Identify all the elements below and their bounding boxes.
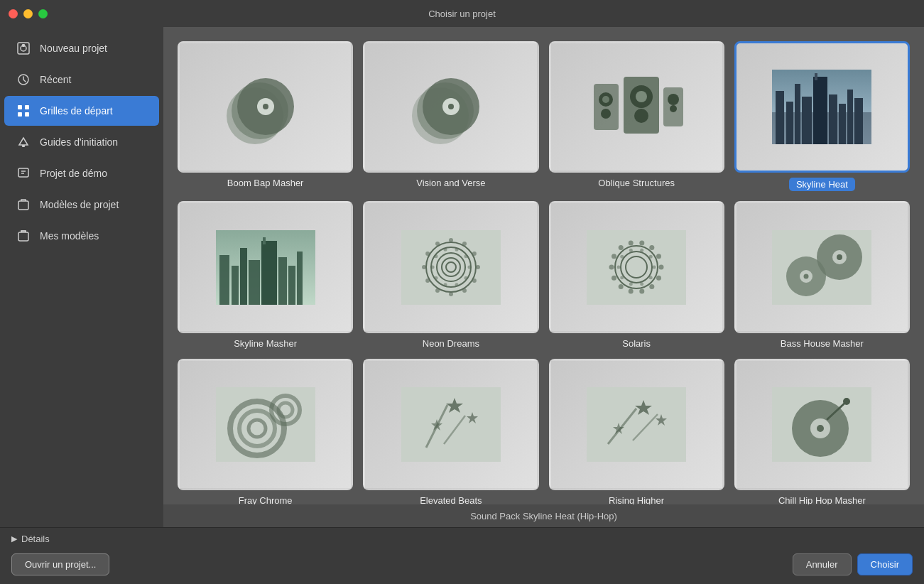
content-area: Boom Bap Masher Vision and Verse Oblique… [163,27,924,527]
project-grid: Boom Bap Masher Vision and Verse Oblique… [163,27,924,504]
recent-icon [16,72,31,87]
thumb-neon [363,201,538,332]
grid-item-elevated[interactable]: Elevated Beats [363,359,538,504]
grid-label-skyline-masher: Skyline Masher [234,338,297,349]
svg-rect-4 [18,105,22,109]
svg-rect-40 [802,97,812,144]
sidebar: Nouveau projetRécentGrilles de départGui… [0,27,163,527]
svg-point-78 [443,283,447,286]
svg-point-69 [422,265,426,269]
grid-label-skyline-heat: Skyline Heat [789,178,855,191]
svg-point-70 [425,252,430,256]
thumb-oblique [549,41,724,173]
svg-rect-43 [839,104,846,144]
status-text: Sound Pack Skyline Heat (Hip-Hop) [470,511,617,521]
sidebar-label-demo: Projet de démo [40,168,107,179]
svg-rect-45 [854,98,863,144]
svg-point-79 [434,276,437,279]
grid-item-skyline-masher[interactable]: Skyline Masher [178,201,353,348]
svg-point-104 [649,276,653,279]
svg-point-90 [656,275,661,280]
window-title: Choisir un projet [428,9,496,19]
svg-rect-49 [232,266,239,305]
details-label: Détails [21,534,50,544]
svg-point-82 [443,247,447,251]
demo-icon [16,166,31,181]
grid-label-chill: Chill Hip Hop Masher [778,495,866,504]
svg-rect-8 [22,145,25,147]
new-project-icon [16,40,31,56]
svg-point-77 [455,283,458,286]
grid-label-solaris: Solaris [622,338,651,349]
svg-rect-13 [18,232,28,241]
svg-point-102 [656,254,661,259]
grid-item-rising[interactable]: Rising Higher [549,359,724,504]
svg-rect-51 [249,260,260,305]
svg-point-95 [612,275,616,280]
svg-point-106 [629,282,633,286]
close-button[interactable] [9,9,18,18]
sidebar-item-demo[interactable]: Projet de démo [4,158,159,188]
open-project-button[interactable]: Ouvrir un projet... [11,553,109,575]
sidebar-label-modeles: Modèles de projet [40,199,119,210]
grid-label-vision: Vision and Verse [416,178,485,188]
thumb-fray-chrome [178,359,353,490]
svg-point-93 [629,288,634,293]
svg-point-18 [263,104,268,109]
svg-point-83 [455,247,458,251]
svg-point-94 [619,284,624,289]
status-bar: Sound Pack Skyline Heat (Hip-Hop) [163,504,924,527]
svg-point-34 [670,105,677,112]
svg-point-72 [449,238,453,242]
thumb-elevated [363,359,538,490]
grid-label-bass-house: Bass House Masher [781,338,864,349]
grid-item-chill[interactable]: Chill Hip Hop Masher [734,359,910,504]
choose-button[interactable]: Choisir [857,553,913,575]
svg-point-64 [472,279,477,283]
svg-point-111 [640,248,643,252]
grid-item-vision[interactable]: Vision and Verse [363,41,538,191]
sidebar-item-nouveau[interactable]: Nouveau projet [4,33,159,63]
sidebar-item-recent[interactable]: Récent [4,65,159,94]
main-area: Nouveau projetRécentGrilles de départGui… [0,27,924,527]
grid-item-solaris[interactable]: Solaris [549,201,724,348]
bottom-bar: ▶ Détails Ouvrir un projet... Annuler Ch… [0,527,924,584]
svg-point-107 [620,276,624,279]
grid-label-neon: Neon Dreams [423,338,479,349]
sidebar-label-grilles: Grilles de départ [40,105,113,117]
svg-rect-37 [776,91,784,144]
svg-rect-2 [22,44,25,47]
grilles-icon [16,103,31,119]
grid-label-fray-chrome: Fray Chrome [239,495,293,504]
cancel-button[interactable]: Annuler [793,553,852,575]
grid-item-boom-bap[interactable]: Boom Bap Masher [178,41,353,191]
svg-point-98 [619,245,624,250]
sidebar-label-nouveau: Nouveau projet [40,43,107,54]
thumb-vision [363,41,538,173]
svg-rect-5 [25,105,29,109]
svg-point-119 [804,274,809,279]
grid-label-oblique: Oblique Structures [598,178,675,188]
grid-label-elevated: Elevated Beats [420,495,482,504]
titlebar: Choisir un projet [0,0,924,27]
svg-rect-9 [18,168,28,177]
grid-item-skyline-heat[interactable]: Skyline Heat [734,41,910,191]
grid-item-oblique[interactable]: Oblique Structures [549,41,724,191]
minimize-button[interactable] [23,9,33,18]
svg-rect-126 [401,387,501,462]
maximize-button[interactable] [38,9,48,18]
grid-item-neon[interactable]: Neon Dreams [363,201,538,348]
sidebar-item-grilles[interactable]: Grilles de départ [4,96,159,126]
window-controls[interactable] [9,9,48,18]
details-row[interactable]: ▶ Détails [0,528,924,550]
sidebar-item-modeles[interactable]: Modèles de projet [4,190,159,220]
svg-rect-53 [278,257,287,305]
sidebar-item-guides[interactable]: Guides d'initiation [4,127,159,157]
sidebar-item-mes-modeles[interactable]: Mes modèles [4,221,159,251]
svg-point-63 [476,265,480,269]
thumb-boom-bap [178,41,353,173]
svg-rect-24 [594,84,619,130]
svg-point-33 [668,94,679,105]
grid-item-bass-house[interactable]: Bass House Masher [734,201,910,348]
grid-item-fray-chrome[interactable]: Fray Chrome [178,359,353,504]
